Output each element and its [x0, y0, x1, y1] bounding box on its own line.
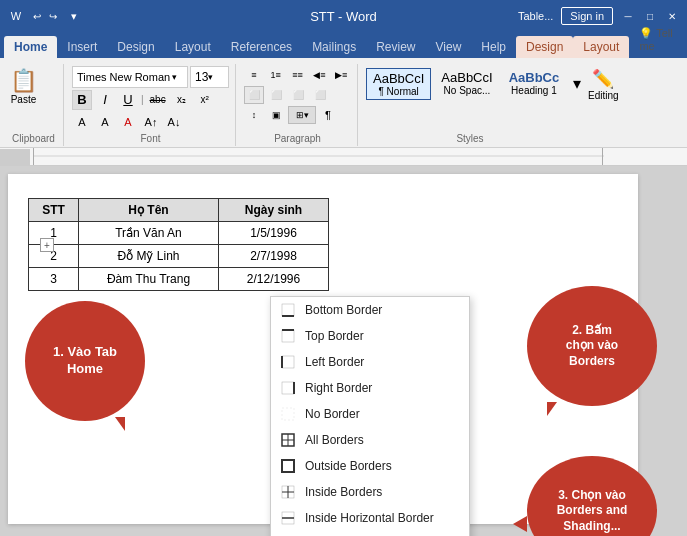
bullets-button[interactable]: ≡: [244, 66, 264, 84]
font-size-dropdown-icon[interactable]: ▾: [208, 72, 213, 82]
cell-ngay-2: 2/7/1998: [219, 245, 329, 268]
inside-borders-icon: [279, 483, 297, 501]
ruler: for(let i=0;i<=570;i+=10){ document.curr…: [0, 148, 687, 166]
tab-layout2[interactable]: Layout: [573, 36, 629, 58]
align-center-button[interactable]: ⬜: [266, 86, 286, 104]
font-name-selector[interactable]: Times New Roman ▾: [72, 66, 188, 88]
superscript-button[interactable]: x²: [195, 90, 215, 110]
font-size-selector[interactable]: 13 ▾: [190, 66, 229, 88]
outside-borders-icon: [279, 457, 297, 475]
underline-button[interactable]: U: [118, 90, 138, 110]
close-button[interactable]: ✕: [665, 9, 679, 23]
menu-item-no-border[interactable]: No Border: [271, 401, 469, 427]
font-color-button[interactable]: A: [118, 112, 138, 132]
tab-home[interactable]: Home: [4, 36, 57, 58]
style-nospace[interactable]: AaBbCcI No Spac...: [435, 68, 498, 98]
subscript-button[interactable]: x₂: [172, 90, 192, 110]
tab-references[interactable]: References: [221, 36, 302, 58]
lightbulb-icon: 💡: [639, 27, 653, 39]
ribbon-group-font: Times New Roman ▾ 13 ▾ B I U | abc x₂ x²…: [66, 64, 236, 146]
svg-rect-11: [282, 408, 294, 420]
highlight-button[interactable]: A: [95, 112, 115, 132]
grow-font-button[interactable]: A↑: [141, 112, 161, 132]
paste-button[interactable]: 📋 Paste: [10, 68, 37, 105]
doc-area: + STT Họ Tên Ngày sinh 1 Trần Văn An 1/5…: [0, 166, 687, 536]
inside-borders-label: Inside Borders: [305, 485, 382, 499]
tab-layout[interactable]: Layout: [165, 36, 221, 58]
left-border-label: Left Border: [305, 355, 364, 369]
ribbon: 📋 Paste Clipboard Times New Roman ▾ 13 ▾…: [0, 58, 687, 148]
align-left-button[interactable]: ⬜: [244, 86, 264, 104]
right-border-label: Right Border: [305, 381, 372, 395]
strikethrough-button[interactable]: abc: [147, 90, 169, 110]
svg-rect-15: [282, 460, 294, 472]
add-row-icon[interactable]: +: [40, 238, 54, 252]
bottom-border-label: Bottom Border: [305, 303, 382, 317]
menu-item-inside-horizontal[interactable]: Inside Horizontal Border: [271, 505, 469, 531]
menu-item-left-border[interactable]: Left Border: [271, 349, 469, 375]
maximize-button[interactable]: □: [643, 9, 657, 23]
ribbon-group-clipboard: 📋 Paste Clipboard: [4, 64, 64, 146]
bold-button[interactable]: B: [72, 90, 92, 110]
menu-item-top-border[interactable]: Top Border: [271, 323, 469, 349]
text-effects-button[interactable]: A: [72, 112, 92, 132]
menu-item-all-borders[interactable]: All Borders: [271, 427, 469, 453]
style-heading1[interactable]: AaBbCc Heading 1: [503, 68, 566, 98]
undo-button[interactable]: ↩: [30, 9, 44, 23]
header-ten: Họ Tên: [79, 199, 219, 222]
line-spacing-button[interactable]: ↕: [244, 106, 264, 124]
ribbon-tabs: Home Insert Design Layout References Mai…: [0, 32, 687, 58]
borders-button[interactable]: ⊞▾: [288, 106, 316, 124]
svg-rect-7: [282, 356, 294, 368]
tab-insert[interactable]: Insert: [57, 36, 107, 58]
inside-horizontal-label: Inside Horizontal Border: [305, 511, 434, 525]
tab-design[interactable]: Design: [107, 36, 164, 58]
font-name-dropdown-icon[interactable]: ▾: [172, 72, 177, 82]
editing-group[interactable]: ✏️ Editing: [588, 64, 619, 101]
title-bar: W ↩ ↪ ▾ STT - Word Table... Sign in ─ □ …: [0, 0, 687, 32]
cell-ten-3: Đàm Thu Trang: [79, 268, 219, 291]
multilevel-button[interactable]: ≡≡: [288, 66, 308, 84]
tell-me-button[interactable]: 💡 Tell me: [629, 23, 687, 56]
sign-in-button[interactable]: Sign in: [561, 7, 613, 25]
ribbon-group-paragraph: ≡ 1≡ ≡≡ ◀≡ ▶≡ ⬜ ⬜ ⬜ ⬜ ↕ ▣ ⊞▾ ¶ Paragraph: [238, 64, 358, 146]
cell-ngay-1: 1/5/1996: [219, 222, 329, 245]
right-border-icon: [279, 379, 297, 397]
tab-view[interactable]: View: [426, 36, 472, 58]
numbering-button[interactable]: 1≡: [266, 66, 286, 84]
cell-ten-1: Trần Văn An: [79, 222, 219, 245]
align-right-button[interactable]: ⬜: [288, 86, 308, 104]
svg-rect-3: [282, 304, 294, 316]
increase-indent-button[interactable]: ▶≡: [331, 66, 351, 84]
cell-stt-3: 3: [29, 268, 79, 291]
redo-button[interactable]: ↪: [46, 9, 60, 23]
outside-borders-label: Outside Borders: [305, 459, 392, 473]
tab-mailings[interactable]: Mailings: [302, 36, 366, 58]
tab-design2[interactable]: Design: [516, 36, 573, 58]
pilcrow-button[interactable]: ¶: [318, 106, 338, 124]
table-row: 2 Đỗ Mỹ Linh 2/7/1998: [29, 245, 329, 268]
all-borders-icon: [279, 431, 297, 449]
justify-button[interactable]: ⬜: [310, 86, 330, 104]
quick-access-icon[interactable]: ▾: [66, 8, 82, 24]
tab-help[interactable]: Help: [471, 36, 516, 58]
italic-button[interactable]: I: [95, 90, 115, 110]
title-bar-title: STT - Word: [310, 9, 377, 24]
menu-item-inside-borders[interactable]: Inside Borders: [271, 479, 469, 505]
shading-button[interactable]: ▣: [266, 106, 286, 124]
table-row: 3 Đàm Thu Trang 2/12/1996: [29, 268, 329, 291]
shrink-font-button[interactable]: A↓: [164, 112, 184, 132]
menu-item-outside-borders[interactable]: Outside Borders: [271, 453, 469, 479]
style-normal[interactable]: AaBbCcI ¶ Normal: [366, 68, 431, 100]
header-ngay: Ngày sinh: [219, 199, 329, 222]
minimize-button[interactable]: ─: [621, 9, 635, 23]
top-border-label: Top Border: [305, 329, 364, 343]
menu-item-right-border[interactable]: Right Border: [271, 375, 469, 401]
menu-item-bottom-border[interactable]: Bottom Border: [271, 297, 469, 323]
ribbon-group-styles: AaBbCcI ¶ Normal AaBbCcI No Spac... AaBb…: [360, 64, 580, 146]
decrease-indent-button[interactable]: ◀≡: [309, 66, 329, 84]
ruler-svg: for(let i=0;i<=570;i+=10){ document.curr…: [34, 148, 604, 166]
tab-review[interactable]: Review: [366, 36, 425, 58]
no-border-icon: [279, 405, 297, 423]
menu-item-inside-vertical[interactable]: Inside Vertical Border: [271, 531, 469, 536]
